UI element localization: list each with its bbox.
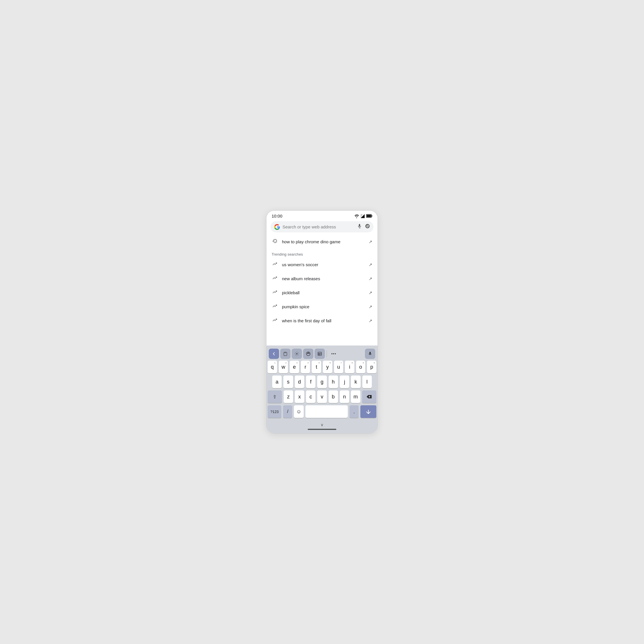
svg-line-7 [368, 226, 368, 227]
key-g[interactable]: g [317, 376, 327, 388]
trending-items-container: us women's soccer ↗ new album releases ↗… [266, 258, 378, 328]
key-b[interactable]: b [329, 390, 338, 403]
key-w[interactable]: 2w [279, 361, 288, 373]
key-r[interactable]: 4r [301, 361, 310, 373]
key-i[interactable]: 8i [345, 361, 354, 373]
status-icons [354, 214, 372, 218]
trending-item[interactable]: us women's soccer ↗ [266, 258, 378, 272]
key-row-4: ?123/☺. [268, 405, 376, 418]
history-icon [272, 238, 278, 245]
trending-item[interactable]: when is the first day of fall ↗ [266, 314, 378, 328]
delete-key[interactable] [362, 390, 376, 403]
key-o[interactable]: 9o [356, 361, 366, 373]
signal-icon [361, 214, 365, 218]
shift-key[interactable]: ⇧ [268, 390, 282, 403]
key-k[interactable]: k [351, 376, 360, 388]
bottom-bar: ∨ [266, 421, 378, 433]
search-bar-wrap [266, 220, 378, 235]
trending-icon [272, 275, 278, 282]
key-e[interactable]: 3e [290, 361, 299, 373]
suggestions-list: how to play chrome dino game ↗ Trending … [266, 235, 378, 345]
recent-search-item[interactable]: how to play chrome dino game ↗ [266, 235, 378, 249]
keyboard-keys: 1q2w3e4r5t6y7u8i9o0p asdfghjkl ⇧zxcvbnm … [266, 361, 378, 421]
key-m[interactable]: m [351, 390, 360, 403]
recent-search-arrow: ↗ [369, 239, 372, 244]
trending-item-text: us women's soccer [282, 262, 365, 267]
toolbar-divider [327, 350, 327, 357]
status-bar: 10:00 [266, 211, 378, 220]
key-v[interactable]: v [317, 390, 327, 403]
search-bar[interactable] [270, 221, 374, 232]
trending-item-text: pickleball [282, 290, 365, 295]
trending-icon [272, 289, 278, 296]
key-t[interactable]: 5t [312, 361, 321, 373]
phone-frame: 10:00 [266, 210, 378, 434]
chevron-down-icon[interactable]: ∨ [321, 422, 323, 427]
key-p[interactable]: 0p [367, 361, 376, 373]
key-a[interactable]: a [272, 376, 282, 388]
toolbar-back-button[interactable] [269, 349, 279, 359]
svg-rect-13 [318, 352, 321, 355]
key-l[interactable]: l [362, 376, 372, 388]
key-x[interactable]: x [295, 390, 304, 403]
toolbar-palette-button[interactable] [303, 349, 313, 359]
trending-icon [272, 261, 278, 268]
google-logo [274, 224, 280, 230]
trending-item-arrow: ↗ [369, 262, 372, 267]
key-n[interactable]: n [340, 390, 349, 403]
mic-icon[interactable] [357, 224, 362, 230]
key-s[interactable]: s [283, 376, 293, 388]
trending-item[interactable]: new album releases ↗ [266, 272, 378, 286]
svg-point-11 [308, 353, 309, 353]
key-z[interactable]: z [284, 390, 293, 403]
toolbar-layout-button[interactable] [315, 349, 325, 359]
svg-point-12 [309, 353, 309, 354]
keyboard-section: ••• 1q2w3e4r5t6y7u8i9o0p asdfghjkl ⇧zxcv… [266, 345, 378, 433]
trending-item[interactable]: pumpkin spice ↗ [266, 300, 378, 314]
svg-point-10 [307, 353, 308, 354]
trending-icon [272, 303, 278, 310]
key-row-1: 1q2w3e4r5t6y7u8i9o0p [268, 361, 376, 373]
key-q[interactable]: 1q [268, 361, 277, 373]
key-j[interactable]: j [340, 376, 349, 388]
trending-item-arrow: ↗ [369, 318, 372, 323]
svg-rect-3 [372, 215, 372, 217]
key-h[interactable]: h [329, 376, 338, 388]
trending-item-text: pumpkin spice [282, 304, 365, 309]
battery-icon [366, 214, 372, 218]
trending-label: Trending searches [266, 249, 378, 258]
sym-key[interactable]: ?123 [268, 405, 281, 418]
trending-item[interactable]: pickleball ↗ [266, 286, 378, 300]
space-key[interactable] [305, 405, 348, 418]
emoji-key[interactable]: ☺ [294, 405, 303, 418]
key-row-3: ⇧zxcvbnm [268, 390, 376, 403]
toolbar-clipboard-button[interactable] [280, 349, 291, 359]
wifi-icon [354, 214, 359, 218]
search-input[interactable] [283, 224, 354, 229]
slash-key[interactable]: / [283, 405, 292, 418]
trending-item-text: new album releases [282, 276, 365, 281]
key-row-2: asdfghjkl [268, 376, 376, 388]
status-time: 10:00 [272, 214, 283, 218]
lens-icon[interactable] [365, 224, 370, 230]
trending-icon [272, 317, 278, 324]
key-u[interactable]: 7u [334, 361, 343, 373]
toolbar-dots-button[interactable]: ••• [329, 349, 339, 359]
key-y[interactable]: 6y [323, 361, 332, 373]
home-indicator [308, 429, 336, 430]
key-d[interactable]: d [295, 376, 304, 388]
svg-rect-4 [367, 215, 371, 217]
trending-item-text: when is the first day of fall [282, 318, 365, 323]
toolbar-mic-button[interactable] [365, 349, 375, 359]
dot-key[interactable]: . [349, 405, 359, 418]
toolbar-settings-button[interactable] [292, 349, 302, 359]
trending-item-arrow: ↗ [369, 304, 372, 309]
key-f[interactable]: f [306, 376, 315, 388]
trending-item-arrow: ↗ [369, 276, 372, 281]
key-c[interactable]: c [306, 390, 315, 403]
recent-search-text: how to play chrome dino game [282, 239, 365, 244]
keyboard-toolbar: ••• [266, 347, 378, 361]
enter-key[interactable] [360, 405, 376, 418]
trending-item-arrow: ↗ [369, 290, 372, 295]
svg-point-8 [296, 353, 297, 354]
